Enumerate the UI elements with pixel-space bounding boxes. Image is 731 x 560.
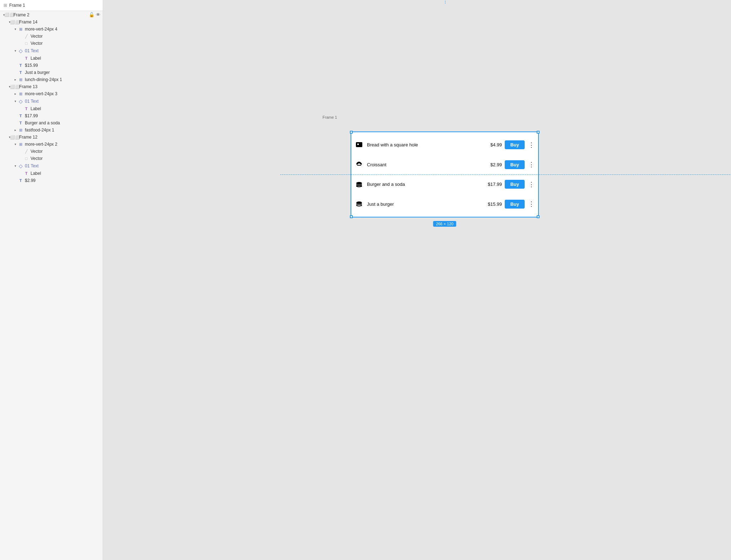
type-icon: ╱ [23,34,29,39]
sidebar-item-name2[interactable]: T Burger and a soda [0,119,103,126]
sidebar-item-frame12[interactable]: ▾ ⬜⬜ Frame 12 [0,134,103,141]
handle-bottom-right[interactable] [537,215,540,218]
layer-label: Vector [31,34,103,39]
sidebar-item-more-vert-4[interactable]: ▾ ⊞ more-vert-24px 4 [0,26,103,33]
more-icon-1[interactable]: ⋮ [527,161,535,168]
sidebar-item-more-vert-3[interactable]: ▸ ⊞ more-vert-24px 3 [0,90,103,97]
more-icon-2[interactable]: ⋮ [527,181,535,188]
sidebar-item-more-vert-2[interactable]: ▾ ⊞ more-vert-24px 2 [0,141,103,148]
chevron-icon[interactable]: ▾ [13,142,18,146]
chevron-icon[interactable]: ▸ [13,78,18,81]
more-icon-0[interactable]: ⋮ [527,141,535,149]
layer-label: 01 Text [25,163,103,168]
sidebar-item-vector4[interactable]: □ Vector [0,155,103,162]
sidebar-root-header[interactable]: ⊞ Frame 1 [0,0,103,11]
svg-rect-4 [356,184,362,185]
svg-rect-2 [357,165,361,166]
type-icon: ◇ [18,163,23,169]
food-icon-1 [354,160,364,169]
layer-label: $2.99 [25,178,103,183]
layer-label: Label [31,56,103,61]
layer-label: Just a burger [25,70,103,75]
layer-label: Label [31,171,103,176]
type-icon: □ [23,41,29,45]
food-name-3: Just a burger [367,201,478,207]
layer-label: Vector [31,156,103,161]
frame2-actions: 🔓 👁 [89,12,101,17]
type-icon: T [23,171,29,176]
sidebar-item-vector1[interactable]: ╱ Vector [0,33,103,40]
food-row-1: Croissant $2.99 Buy ⋮ [353,159,537,170]
buy-button-2[interactable]: Buy [505,180,525,189]
sidebar-root-title: Frame 1 [9,3,25,8]
canvas-frame-label: Frame 1 [323,115,337,119]
buy-button-3[interactable]: Buy [505,200,525,209]
layer-label: Burger and a soda [25,120,103,125]
buy-button-0[interactable]: Buy [505,140,525,149]
layer-label: Vector [31,149,103,154]
sidebar-item-frame2[interactable]: ▾ ⬜⬜ Frame 2 🔓 👁 [0,11,103,18]
layer-label: Frame 13 [19,84,103,89]
layer-label: Frame 14 [19,20,103,25]
sidebar-item-price2[interactable]: T $17.99 [0,112,103,119]
sidebar-item-01text-3[interactable]: ▾ ◇ 01 Text [0,162,103,170]
chevron-icon[interactable]: ▾ [13,164,18,168]
chevron-icon[interactable]: ▾ [13,27,18,31]
design-frame[interactable]: Bread with a square hole $4.99 Buy ⋮ Cro… [351,131,539,217]
type-icon: T [23,107,29,111]
type-icon: ⊞ [18,142,23,147]
layer-label: more-vert-24px 2 [25,142,103,147]
handle-top-right[interactable] [537,131,540,134]
food-price-1: $2.99 [481,162,502,167]
svg-rect-7 [356,203,362,204]
sidebar-item-01text-1[interactable]: ▾ ◇ 01 Text [0,47,103,55]
lock-icon[interactable]: 🔓 [89,12,94,17]
buy-button-1[interactable]: Buy [505,160,525,169]
sidebar-item-label3[interactable]: T Label [0,170,103,177]
sidebar-item-name1[interactable]: T Just a burger [0,69,103,76]
food-price-0: $4.99 [481,142,502,147]
chevron-icon[interactable]: ▸ [13,128,18,132]
svg-rect-0 [356,142,362,147]
handle-bottom-left[interactable] [350,215,353,218]
food-icon-0 [354,140,364,150]
sidebar-item-price3[interactable]: T $2.99 [0,177,103,184]
sidebar-item-vector2[interactable]: □ Vector [0,40,103,47]
type-icon: T [18,178,23,183]
more-icon-3[interactable]: ⋮ [527,200,535,208]
chevron-icon[interactable]: ▸ [13,92,18,96]
type-icon: T [18,114,23,118]
type-icon: ╱ [23,149,29,154]
layer-label: fastfood-24px 1 [25,128,103,133]
handle-top-left[interactable] [350,131,353,134]
sidebar-item-01text-2[interactable]: ▾ ◇ 01 Text [0,97,103,105]
sidebar-item-label2[interactable]: T Label [0,105,103,112]
food-name-1: Croissant [367,162,478,167]
dashed-line-vertical [445,1,445,4]
layer-label: Frame 12 [19,135,103,140]
chevron-icon[interactable]: ▾ [13,99,18,103]
layer-label: lunch-dining-24px 1 [25,77,103,82]
sidebar-item-fastfood[interactable]: ▸ ⊞ fastfood-24px 1 [0,126,103,134]
sidebar-item-vector3[interactable]: ╱ Vector [0,148,103,155]
layer-label: Frame 2 [13,12,89,17]
eye-icon[interactable]: 👁 [96,12,101,17]
frame-grid-icon: ⊞ [4,3,7,8]
canvas[interactable]: Frame 1 Bread with a square hole $4.99 B… [103,0,731,560]
type-icon: □ [23,156,29,161]
food-icon-3 [354,199,364,209]
svg-rect-5 [356,185,362,186]
size-badge: 266 × 120 [433,221,456,227]
type-icon: ◇ [18,48,23,54]
food-name-2: Burger and a soda [367,182,478,187]
food-price-2: $17.99 [481,182,502,187]
sidebar-item-frame13[interactable]: ▾ ⬜⬜ Frame 13 [0,83,103,90]
layer-label: more-vert-24px 3 [25,91,103,96]
sidebar-item-lunch-dining[interactable]: ▸ ⊞ lunch-dining-24px 1 [0,76,103,83]
sidebar-item-price1[interactable]: T $15.99 [0,62,103,69]
chevron-icon[interactable]: ▾ [13,49,18,53]
type-icon: T [23,56,29,60]
sidebar-item-frame14[interactable]: ▾ ⬜⬜ Frame 14 [0,18,103,26]
type-icon: ⊞ [18,92,23,96]
sidebar-item-label1[interactable]: T Label [0,55,103,62]
